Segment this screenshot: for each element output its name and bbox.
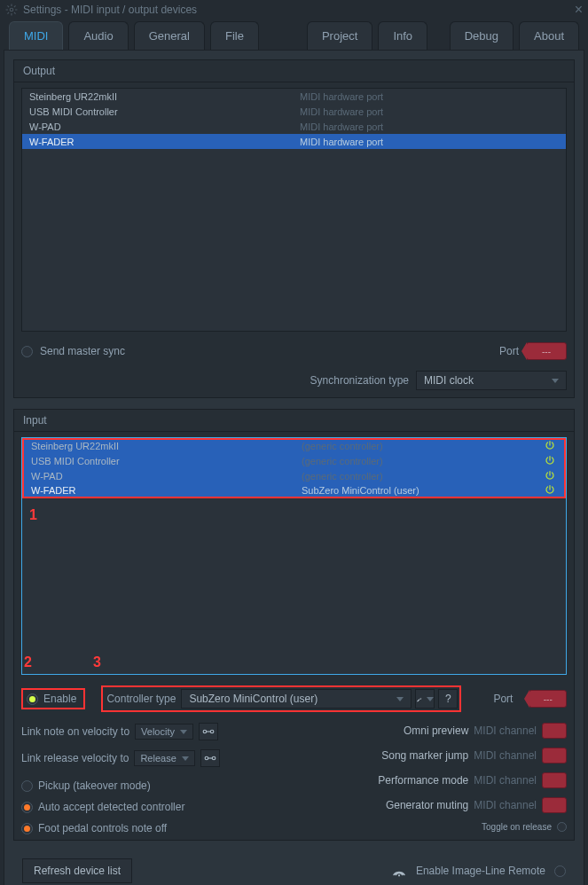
input-port-label: Port xyxy=(493,693,513,705)
enable-remote-label: Enable Image-Line Remote xyxy=(416,865,545,877)
pickup-mode-label: Pickup (takeover mode) xyxy=(38,779,151,792)
enable-toggle-group[interactable]: Enable xyxy=(21,688,85,709)
controller-help-button[interactable]: ? xyxy=(438,689,458,709)
footer-bar: Refresh device list Enable Image-Line Re… xyxy=(13,851,575,885)
toggle-on-release-toggle[interactable] xyxy=(557,822,567,832)
tab-about[interactable]: About xyxy=(519,21,579,50)
tab-project[interactable]: Project xyxy=(307,21,372,50)
controller-type-label: Controller type xyxy=(105,693,177,705)
link-release-assign-button[interactable] xyxy=(200,749,220,767)
tab-audio[interactable]: Audio xyxy=(68,21,128,50)
chevron-down-icon xyxy=(182,756,189,761)
performance-channel[interactable] xyxy=(542,772,567,788)
svg-point-4 xyxy=(212,756,216,760)
send-master-sync-label: Send master sync xyxy=(40,345,125,357)
sync-type-dropdown[interactable]: MIDI clock xyxy=(416,371,567,390)
link-icon xyxy=(202,727,215,736)
song-marker-label: Song marker jump xyxy=(381,749,468,762)
chevron-down-icon xyxy=(552,379,559,383)
annotation-2: 2 xyxy=(24,654,32,670)
sync-type-label: Synchronization type xyxy=(310,374,409,387)
output-device-row[interactable]: Steinberg UR22mkII MIDI hardware port xyxy=(22,89,566,104)
tab-file[interactable]: File xyxy=(210,21,259,50)
controller-type-dropdown[interactable]: SubZero MiniControl (user) xyxy=(181,689,412,709)
svg-point-3 xyxy=(205,756,208,760)
generator-muting-label: Generator muting xyxy=(386,799,468,811)
svg-point-5 xyxy=(398,874,400,876)
chevron-down-icon xyxy=(427,697,434,701)
annotation-3: 3 xyxy=(93,654,101,670)
gear-icon xyxy=(5,4,18,16)
chevron-down-icon xyxy=(396,697,404,701)
output-device-row[interactable]: W-PAD MIDI hardware port xyxy=(22,119,566,134)
song-marker-channel[interactable] xyxy=(542,748,567,764)
tab-debug[interactable]: Debug xyxy=(450,21,514,50)
pickup-mode-toggle[interactable] xyxy=(21,780,33,792)
refresh-device-list-button[interactable]: Refresh device list xyxy=(22,858,132,883)
tab-midi[interactable]: MIDI xyxy=(9,21,63,50)
enable-toggle[interactable] xyxy=(27,693,38,705)
input-device-row[interactable]: W-PAD (generic controller) xyxy=(22,468,566,483)
power-icon[interactable] xyxy=(545,455,557,467)
foot-pedal-toggle[interactable] xyxy=(21,823,33,834)
output-panel: Output Steinberg UR22mkII MIDI hardware … xyxy=(13,59,575,398)
link-release-dropdown[interactable]: Release xyxy=(134,750,194,766)
window-title: Settings - MIDI input / output devices xyxy=(23,4,575,16)
output-device-row[interactable]: USB MIDI Controller MIDI hardware port xyxy=(22,104,566,119)
svg-point-0 xyxy=(10,8,13,12)
power-icon[interactable] xyxy=(545,470,557,482)
omni-preview-channel[interactable] xyxy=(542,723,567,739)
output-port-label: Port xyxy=(499,345,519,357)
link-icon xyxy=(204,754,216,763)
svg-point-2 xyxy=(210,730,214,733)
input-device-list[interactable]: Steinberg UR22mkII (generic controller) … xyxy=(21,437,567,675)
remote-icon xyxy=(391,863,407,879)
send-master-sync-toggle[interactable] xyxy=(21,346,33,357)
tab-bar: MIDI Audio General File Project Info Deb… xyxy=(0,20,588,50)
enable-remote-toggle[interactable] xyxy=(554,865,566,877)
tab-general[interactable]: General xyxy=(134,21,205,50)
output-port-value[interactable]: --- xyxy=(526,342,567,360)
link-note-on-dropdown[interactable]: Velocity xyxy=(135,724,193,740)
input-port-value[interactable]: --- xyxy=(529,690,567,708)
input-device-row[interactable]: Steinberg UR22mkII (generic controller) xyxy=(22,438,566,453)
link-note-on-assign-button[interactable] xyxy=(199,723,218,740)
auto-accept-toggle[interactable] xyxy=(21,802,33,813)
output-device-row-selected[interactable]: W-FADER MIDI hardware port xyxy=(22,134,566,149)
controller-settings-button[interactable] xyxy=(415,689,435,709)
svg-point-1 xyxy=(203,730,207,733)
toggle-on-release-label: Toggle on release xyxy=(482,822,552,832)
foot-pedal-label: Foot pedal controls note off xyxy=(38,822,167,834)
output-device-list[interactable]: Steinberg UR22mkII MIDI hardware port US… xyxy=(21,88,567,332)
link-note-on-label: Link note on velocity to xyxy=(21,725,129,738)
tab-info[interactable]: Info xyxy=(378,21,427,50)
annotation-1: 1 xyxy=(29,507,37,523)
chevron-down-icon xyxy=(180,730,187,734)
input-device-row-selected[interactable]: W-FADER SubZero MiniControl (user) xyxy=(22,483,566,498)
input-panel-title: Input xyxy=(14,410,574,432)
content-area: Output Steinberg UR22mkII MIDI hardware … xyxy=(4,50,584,885)
output-panel-title: Output xyxy=(14,60,574,82)
performance-mode-label: Performance mode xyxy=(378,774,468,787)
input-device-row[interactable]: USB MIDI Controller (generic controller) xyxy=(22,453,566,468)
auto-accept-label: Auto accept detected controller xyxy=(38,801,184,813)
power-icon[interactable] xyxy=(545,484,557,497)
wrench-icon xyxy=(416,693,424,705)
omni-preview-label: Omni preview xyxy=(404,724,468,737)
title-bar: Settings - MIDI input / output devices × xyxy=(0,0,588,20)
generator-muting-channel[interactable] xyxy=(542,797,567,813)
close-icon[interactable]: × xyxy=(575,2,583,18)
input-panel: Input Steinberg UR22mkII (generic contro… xyxy=(13,409,575,841)
link-release-label: Link release velocity to xyxy=(21,752,129,764)
power-icon[interactable] xyxy=(545,440,557,452)
